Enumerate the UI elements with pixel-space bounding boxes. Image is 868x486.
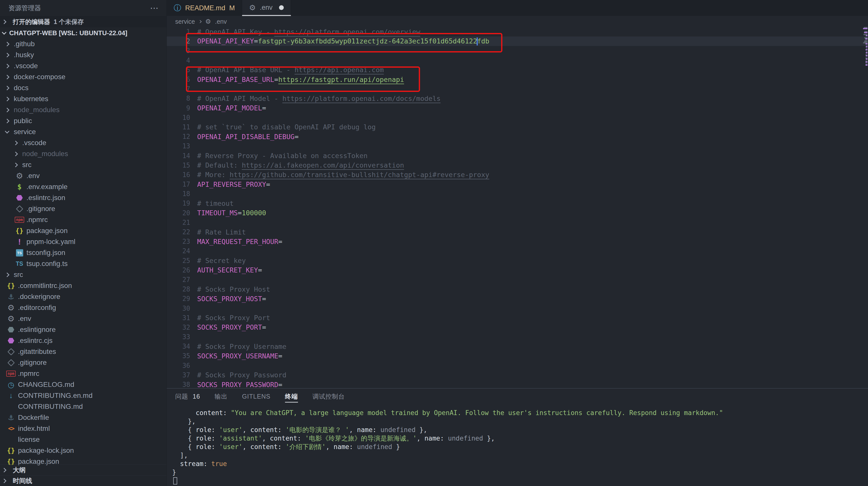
code-line-12[interactable]: 12OPENAI_API_DISABLE_DEBUG= [167, 132, 868, 141]
code-line-32[interactable]: 32SOCKS_PROXY_PORT= [167, 323, 868, 332]
code-line-35[interactable]: 35SOCKS_PROXY_USERNAME= [167, 351, 868, 361]
project-root-item[interactable]: CHATGPT-WEB [WSL: UBUNTU-22.04] [0, 27, 166, 38]
tree-item--npmrc[interactable]: .npmrc [0, 214, 166, 225]
chevron-right-icon [5, 42, 9, 46]
code-line-8[interactable]: 8# OpenAI API Model - https://platform.o… [167, 94, 868, 103]
tree-item--husky[interactable]: .husky [0, 50, 166, 60]
code-line-18[interactable]: 18 [167, 189, 868, 199]
code-line-11[interactable]: 11# set `true` to disable OpenAI API deb… [167, 122, 868, 132]
tree-item-node-modules[interactable]: node_modules [0, 148, 166, 159]
code-line-36[interactable]: 36 [167, 361, 868, 370]
tree-item-docs[interactable]: docs [0, 82, 166, 93]
tree-item-package-lock-json[interactable]: package-lock.json [0, 445, 166, 456]
minimap-line-mark [865, 38, 868, 39]
tree-item-kubernetes[interactable]: kubernetes [0, 93, 166, 105]
code-line-30[interactable]: 30 [167, 304, 868, 313]
tree-item--commitlintrc-json[interactable]: .commitlintrc.json [0, 280, 166, 291]
panel-tab-GITLENS[interactable]: GITLENS [242, 389, 271, 404]
line-number: 24 [167, 247, 190, 255]
tree-item-CHANGELOG-md[interactable]: CHANGELOG.md [0, 379, 166, 390]
panel-tab-问题[interactable]: 问题16 [175, 389, 200, 404]
tree-item-CONTRIBUTING-md[interactable]: CONTRIBUTING.md [0, 401, 166, 412]
tree-item-src[interactable]: src [0, 159, 166, 170]
code-line-21[interactable]: 21 [167, 218, 868, 227]
tree-item--github[interactable]: .github [0, 38, 166, 50]
explorer-title: 资源管理器 [8, 4, 41, 12]
tree-item-label: kubernetes [14, 95, 49, 103]
terminal-line-5: { role: 'user', content: '介绍下剧情', name: … [172, 442, 868, 451]
code-line-17[interactable]: 17API_REVERSE_PROXY= [167, 179, 868, 189]
line-number: 28 [167, 285, 190, 293]
code-line-37[interactable]: 37# Socks Proxy Password [167, 370, 868, 380]
code-text: # Default: https://ai.fakeopen.com/api/c… [197, 161, 404, 169]
tree-item-license[interactable]: license [0, 434, 166, 445]
unsaved-dot-icon[interactable] [279, 5, 284, 10]
code-line-19[interactable]: 19# timeout [167, 199, 868, 208]
open-editors-section[interactable]: 打开的编辑器 1 个未保存 [0, 16, 166, 27]
terminal-output[interactable]: content: "You are ChatGPT, a large langu… [167, 404, 868, 485]
code-line-28[interactable]: 28# Socks Proxy Host [167, 284, 868, 294]
tree-item--env[interactable]: .env [0, 170, 166, 181]
breadcrumb-file[interactable]: .env [215, 18, 227, 25]
code-line-10[interactable]: 10 [167, 113, 868, 122]
tree-item-pnpm-lock-yaml[interactable]: pnpm-lock.yaml [0, 236, 166, 247]
tree-item--dockerignore[interactable]: .dockerignore [0, 291, 166, 302]
tree-item-node-modules[interactable]: node_modules [0, 105, 166, 115]
code-line-31[interactable]: 31# Socks Proxy Port [167, 313, 868, 323]
tree-item--env-example[interactable]: .env.example [0, 181, 166, 192]
code-line-38[interactable]: 38SOCKS_PROXY_PASSWORD= [167, 380, 868, 388]
tree-item-index-html[interactable]: index.html [0, 423, 166, 434]
tree-item--editorconfig[interactable]: .editorconfig [0, 302, 166, 313]
code-line-27[interactable]: 27 [167, 275, 868, 284]
code-line-26[interactable]: 26AUTH_SECRET_KEY= [167, 265, 868, 275]
code-line-14[interactable]: 14# Reverse Proxy - Available on accessT… [167, 151, 868, 160]
code-line-34[interactable]: 34# Socks Proxy Username [167, 342, 868, 351]
tab-env[interactable]: .env [242, 0, 291, 16]
tree-item-public[interactable]: public [0, 115, 166, 126]
tree-item--gitattributes[interactable]: .gitattributes [0, 346, 166, 357]
tree-item-src[interactable]: src [0, 269, 166, 280]
tree-item--eslintrc-json[interactable]: .eslintrc.json [0, 192, 166, 203]
tree-item-package-json[interactable]: package.json [0, 225, 166, 236]
outline-section[interactable]: 大纲 [0, 464, 166, 475]
line-number: 15 [167, 162, 190, 169]
minimap[interactable] [863, 27, 868, 388]
code-line-20[interactable]: 20TIMEOUT_MS=100000 [167, 208, 868, 218]
code-line-22[interactable]: 22# Rate Limit [167, 227, 868, 237]
tab-readme[interactable]: README.md M [167, 0, 242, 16]
chevron-right-icon [2, 479, 6, 483]
code-line-9[interactable]: 9OPENAI_API_MODEL= [167, 104, 868, 113]
code-line-4[interactable]: 4 [167, 56, 868, 65]
tree-item-docker-compose[interactable]: docker-compose [0, 72, 166, 82]
code-line-29[interactable]: 29SOCKS_PROXY_HOST= [167, 294, 868, 304]
tree-item--npmrc[interactable]: .npmrc [0, 368, 166, 379]
panel-tab-调试控制台[interactable]: 调试控制台 [312, 389, 345, 404]
tree-item-tsconfig-json[interactable]: tsconfig.json [0, 247, 166, 258]
code-line-33[interactable]: 33 [167, 332, 868, 342]
tree-item--vscode[interactable]: .vscode [0, 60, 166, 72]
tree-item-label: .env [18, 315, 31, 323]
tree-item-tsup-config-ts[interactable]: tsup.config.ts [0, 258, 166, 269]
tree-item--gitignore[interactable]: .gitignore [0, 357, 166, 368]
tree-item--gitignore[interactable]: .gitignore [0, 203, 166, 214]
timeline-section[interactable]: 时间线 [0, 475, 166, 486]
tree-item-Dockerfile[interactable]: Dockerfile [0, 412, 166, 423]
tree-item--env[interactable]: .env [0, 313, 166, 324]
code-line-25[interactable]: 25# Secret key [167, 256, 868, 265]
code-line-15[interactable]: 15# Default: https://ai.fakeopen.com/api… [167, 161, 868, 170]
code-line-16[interactable]: 16# More: https://github.com/transitive-… [167, 170, 868, 179]
more-actions-icon[interactable]: ⋯ [150, 3, 159, 13]
code-line-13[interactable]: 13 [167, 141, 868, 151]
tree-item--eslintrc-cjs[interactable]: .eslintrc.cjs [0, 335, 166, 346]
line-number: 38 [167, 381, 190, 388]
breadcrumb-folder[interactable]: service [175, 18, 195, 25]
tree-item--eslintignore[interactable]: .eslintignore [0, 324, 166, 335]
tree-item--vscode[interactable]: .vscode [0, 137, 166, 148]
panel-tab-终端[interactable]: 终端 [285, 389, 298, 404]
code-line-23[interactable]: 23MAX_REQUEST_PER_HOUR= [167, 237, 868, 246]
panel-tab-输出[interactable]: 输出 [215, 389, 227, 404]
tree-item-CONTRIBUTING-en-md[interactable]: CONTRIBUTING.en.md [0, 390, 166, 401]
tree-item-service[interactable]: service [0, 126, 166, 137]
code-line-24[interactable]: 24 [167, 246, 868, 256]
code-text: # Reverse Proxy - Available on accessTok… [197, 152, 368, 160]
